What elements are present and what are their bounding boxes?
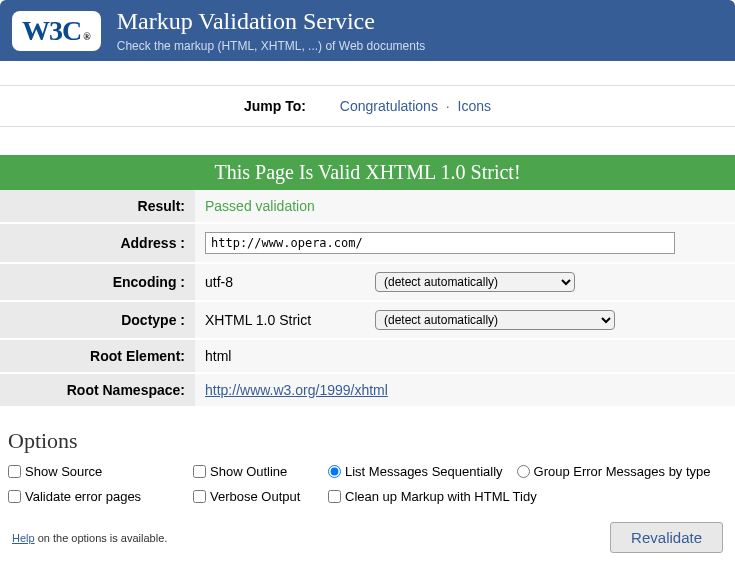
root-namespace-link[interactable]: http://www.w3.org/1999/xhtml xyxy=(205,382,388,398)
help-suffix: on the options is available. xyxy=(35,532,168,544)
help-link[interactable]: Help xyxy=(12,532,35,544)
logo-text: W3C xyxy=(22,15,81,47)
label-group-errors: Group Error Messages by type xyxy=(534,464,711,479)
checkbox-validate-error-pages[interactable] xyxy=(8,490,21,503)
doctype-label: Doctype : xyxy=(0,301,195,339)
opt-verbose-output[interactable]: Verbose Output xyxy=(193,489,328,504)
jump-label: Jump To: xyxy=(244,98,306,114)
radio-list-sequential[interactable] xyxy=(328,465,341,478)
radio-group-errors[interactable] xyxy=(517,465,530,478)
encoding-value: utf-8 xyxy=(205,274,375,290)
results-table: Result: Passed validation Address : Enco… xyxy=(0,190,735,408)
jump-link-congratulations[interactable]: Congratulations xyxy=(340,98,438,114)
jump-link-icons[interactable]: Icons xyxy=(458,98,491,114)
logo-trademark: ® xyxy=(83,31,90,42)
label-validate-error-pages: Validate error pages xyxy=(25,489,141,504)
root-namespace-label: Root Namespace: xyxy=(0,373,195,407)
label-show-source: Show Source xyxy=(25,464,102,479)
opt-list-sequential[interactable]: List Messages Sequentially xyxy=(328,464,503,479)
opt-group-errors[interactable]: Group Error Messages by type xyxy=(517,464,711,479)
checkbox-clean-up[interactable] xyxy=(328,490,341,503)
address-label: Address : xyxy=(0,223,195,263)
opt-validate-error-pages[interactable]: Validate error pages xyxy=(8,489,193,504)
options-section: Options Show Source Show Outline List Me… xyxy=(0,428,735,565)
label-verbose-output: Verbose Output xyxy=(210,489,300,504)
opt-clean-up[interactable]: Clean up Markup with HTML Tidy xyxy=(328,489,727,504)
encoding-label: Encoding : xyxy=(0,263,195,301)
help-text-row: Help on the options is available. xyxy=(12,532,167,544)
root-element-value: html xyxy=(195,339,735,373)
jump-separator: · xyxy=(446,98,450,114)
doctype-select[interactable]: (detect automatically) xyxy=(375,310,615,330)
validation-banner: This Page Is Valid XHTML 1.0 Strict! xyxy=(0,155,735,190)
doctype-value: XHTML 1.0 Strict xyxy=(205,312,375,328)
w3c-logo: W3C ® xyxy=(12,11,101,51)
result-label: Result: xyxy=(0,190,195,223)
opt-show-outline[interactable]: Show Outline xyxy=(193,464,328,479)
page-title: Markup Validation Service xyxy=(117,8,426,35)
header-text: Markup Validation Service Check the mark… xyxy=(117,8,426,53)
jump-to-nav: Jump To: Congratulations · Icons xyxy=(0,85,735,127)
checkbox-verbose-output[interactable] xyxy=(193,490,206,503)
revalidate-button[interactable]: Revalidate xyxy=(610,522,723,553)
page-subtitle: Check the markup (HTML, XHTML, ...) of W… xyxy=(117,39,426,53)
root-element-label: Root Element: xyxy=(0,339,195,373)
checkbox-show-outline[interactable] xyxy=(193,465,206,478)
result-value: Passed validation xyxy=(195,190,735,223)
header: W3C ® Markup Validation Service Check th… xyxy=(0,0,735,61)
address-input[interactable] xyxy=(205,232,675,254)
checkbox-show-source[interactable] xyxy=(8,465,21,478)
encoding-select[interactable]: (detect automatically) xyxy=(375,272,575,292)
label-show-outline: Show Outline xyxy=(210,464,287,479)
label-list-sequential: List Messages Sequentially xyxy=(345,464,503,479)
options-title: Options xyxy=(8,428,727,454)
opt-show-source[interactable]: Show Source xyxy=(8,464,193,479)
label-clean-up: Clean up Markup with HTML Tidy xyxy=(345,489,537,504)
